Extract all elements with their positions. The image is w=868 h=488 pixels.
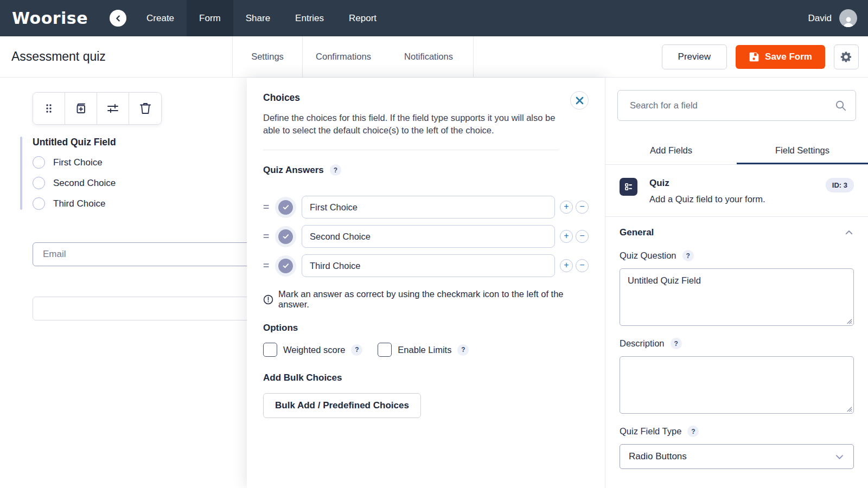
description-help-icon[interactable]: ? — [671, 338, 682, 349]
user-avatar[interactable] — [839, 9, 857, 27]
answer-row: = + − — [263, 254, 589, 277]
tab-field-settings[interactable]: Field Settings — [737, 139, 868, 164]
choices-panel-title: Choices — [263, 92, 589, 104]
sidebar-tabs: Add Fields Field Settings — [605, 139, 868, 165]
answer-row: = + − — [263, 225, 589, 248]
navbar-spacer — [389, 0, 808, 36]
header-actions: Preview Save Form — [662, 36, 868, 77]
quiz-field-type-select[interactable]: Radio Buttons — [620, 444, 854, 469]
preview-button[interactable]: Preview — [662, 44, 727, 69]
search-icon — [834, 99, 847, 112]
quiz-question-textarea[interactable]: Untitled Quiz Field — [620, 268, 854, 326]
quiz-answers-label: Quiz Answers — [263, 165, 324, 176]
delete-field-button[interactable] — [129, 93, 161, 124]
correct-answer-toggle[interactable] — [278, 259, 293, 273]
field-sidebar: Add Fields Field Settings Quiz Add a Qui… — [605, 78, 868, 488]
back-button[interactable] — [110, 10, 126, 27]
add-choice-button[interactable]: + — [560, 230, 573, 243]
remove-choice-button[interactable]: − — [576, 201, 589, 214]
trash-icon — [139, 101, 152, 115]
tab-settings[interactable]: Settings — [232, 36, 303, 77]
field-settings-button[interactable] — [97, 93, 129, 124]
nav-item-share[interactable]: Share — [233, 0, 283, 36]
radio-icon[interactable] — [33, 197, 45, 210]
field-type-name: Quiz — [649, 178, 765, 189]
tab-notifications[interactable]: Notifications — [384, 36, 474, 77]
row-drag-handle-icon[interactable]: = — [263, 201, 272, 213]
duplicate-icon — [74, 101, 88, 115]
radio-option-third[interactable]: Third Choice — [33, 197, 116, 210]
answer-input[interactable] — [302, 254, 555, 277]
field-info: Quiz Add a Quiz field to your form. ID: … — [605, 165, 868, 216]
quiz-question-label: Quiz Question — [620, 251, 676, 261]
correct-answer-toggle[interactable] — [278, 229, 293, 244]
answer-rows: = + − = + − = — [263, 196, 589, 277]
radio-icon[interactable] — [33, 156, 45, 169]
sliders-icon — [106, 101, 120, 115]
selected-quiz-field[interactable]: Untitled Quiz Field First Choice Second … — [20, 137, 116, 210]
tab-confirmations[interactable]: Confirmations — [303, 36, 384, 77]
form-header: Assessment quiz Settings Confirmations N… — [0, 36, 868, 78]
radio-option-second[interactable]: Second Choice — [33, 177, 116, 189]
quiz-question-help-icon[interactable]: ? — [682, 250, 694, 261]
radio-icon[interactable] — [33, 177, 45, 189]
nav-item-form[interactable]: Form — [187, 0, 233, 36]
chevron-left-icon — [114, 14, 123, 23]
answer-row: = + − — [263, 196, 589, 219]
add-choice-button[interactable]: + — [560, 201, 573, 214]
general-section-toggle[interactable]: General — [605, 217, 868, 246]
description-label: Description — [620, 338, 665, 349]
nav-item-report[interactable]: Report — [336, 0, 389, 36]
weighted-score-help-icon[interactable]: ? — [351, 344, 362, 356]
enable-limits-help-icon[interactable]: ? — [457, 344, 469, 356]
choices-panel: Choices Define the choices for this fiel… — [247, 78, 605, 488]
duplicate-field-button[interactable] — [65, 93, 97, 124]
options-row: Weighted score ? Enable Limits ? — [263, 343, 589, 357]
remove-choice-button[interactable]: − — [576, 259, 589, 272]
row-drag-handle-icon[interactable]: = — [263, 230, 272, 242]
bulk-add-button[interactable]: Bulk Add / Predefined Choices — [263, 393, 421, 418]
options-label: Options — [263, 323, 298, 333]
description-textarea[interactable] — [620, 356, 854, 414]
answer-input[interactable] — [302, 196, 555, 219]
woorise-logo: Woorise — [12, 9, 88, 28]
drag-field-button[interactable] — [33, 93, 65, 124]
general-label: General — [620, 227, 654, 238]
nav-item-create[interactable]: Create — [134, 0, 187, 36]
quiz-field-type-help-icon[interactable]: ? — [687, 426, 699, 437]
nav-item-entries[interactable]: Entries — [283, 0, 336, 36]
weighted-score-checkbox[interactable] — [263, 343, 277, 357]
quiz-field-icon — [620, 178, 637, 196]
field-type-description: Add a Quiz field to your form. — [649, 194, 765, 204]
main-area: Untitled Quiz Field First Choice Second … — [0, 78, 868, 488]
form-settings-button[interactable] — [834, 44, 859, 69]
quiz-answers-help-icon[interactable]: ? — [330, 164, 341, 176]
save-form-button[interactable]: Save Form — [736, 45, 825, 69]
enable-limits-checkbox[interactable] — [378, 343, 392, 357]
chevron-up-icon — [844, 228, 854, 237]
weighted-score-label: Weighted score — [283, 345, 345, 355]
drag-handle-icon — [43, 102, 55, 115]
enable-limits-label: Enable Limits — [398, 345, 451, 355]
answer-input[interactable] — [302, 225, 555, 248]
quiz-field-type-label: Quiz Field Type — [620, 426, 681, 436]
tab-add-fields[interactable]: Add Fields — [605, 139, 737, 164]
save-floppy-icon — [749, 52, 760, 62]
field-id-badge: ID: 3 — [826, 178, 854, 192]
top-navbar: Woorise Create Form Share Entries Report… — [0, 0, 868, 36]
add-bulk-choices-label: Add Bulk Choices — [263, 373, 342, 383]
chevron-down-icon — [834, 452, 845, 462]
search-input[interactable] — [617, 90, 856, 121]
close-panel-button[interactable] — [570, 91, 589, 110]
remove-choice-button[interactable]: − — [576, 230, 589, 243]
field-toolbar — [33, 92, 162, 125]
person-icon — [842, 15, 855, 27]
quiz-field-label: Untitled Quiz Field — [33, 137, 116, 148]
radio-option-first[interactable]: First Choice — [33, 156, 116, 169]
row-drag-handle-icon[interactable]: = — [263, 260, 272, 272]
add-choice-button[interactable]: + — [560, 259, 573, 272]
correct-answer-toggle[interactable] — [278, 200, 293, 215]
choices-panel-description: Define the choices for this field. If th… — [263, 112, 559, 150]
info-icon — [263, 294, 273, 305]
user-name[interactable]: David — [808, 13, 832, 24]
